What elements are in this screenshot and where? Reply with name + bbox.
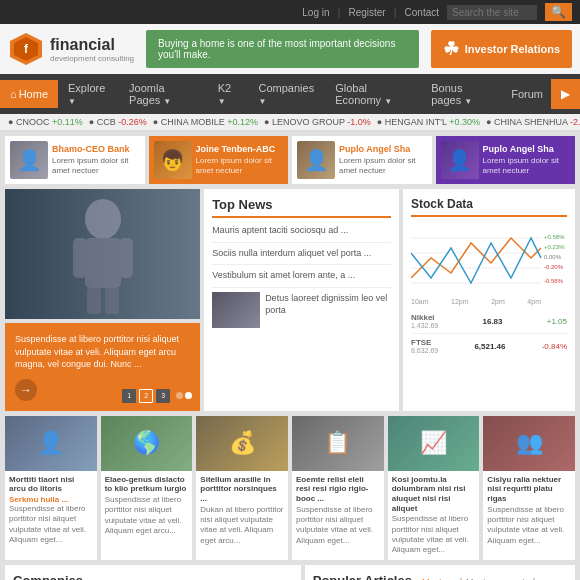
companies-box: Companies 🤝 Aenean auctor wisi et urn po… xyxy=(5,565,301,580)
nav-global[interactable]: Global Economy ▼ xyxy=(325,74,423,114)
promo-text: Suspendisse at libero porttitor nisi ali… xyxy=(15,333,190,371)
nav-forum-label: Forum xyxy=(511,88,543,100)
bottom-grid: Companies 🤝 Aenean auctor wisi et urn po… xyxy=(5,565,575,580)
chevron-down-icon-2: ▼ xyxy=(163,97,171,106)
thumb-card-3[interactable]: 💰 Sitellum arasille in porttitor norsinq… xyxy=(196,416,288,560)
thumb-text-3: Dukan at libero porttitor nisi aliquet v… xyxy=(200,505,284,547)
person-text-2: Lorem ipsum dolor sit amet nectuer xyxy=(196,156,284,177)
news-item-4[interactable]: Detus laoreet dignissim leo vel porta xyxy=(212,292,391,328)
news-item-3[interactable]: Vestibulum sit amet lorem ante, a ... xyxy=(212,269,391,282)
search-button[interactable]: 🔍 xyxy=(545,3,572,21)
content-grid: Suspendisse at libero porttitor nisi ali… xyxy=(5,189,575,411)
nav-bonus-label: Bonus pages xyxy=(431,82,462,106)
nav-explore-label: Explore xyxy=(68,82,105,94)
main-nav: ⌂ Home Explore ▼ Joomla Pages ▼ K2 ▼ Com… xyxy=(0,74,580,114)
col-mid: Top News Mauris aptent taciti sociosqu a… xyxy=(204,189,399,411)
nav-k2[interactable]: K2 ▼ xyxy=(208,74,249,114)
stock-item-2[interactable]: FTSE 8,632.69 6,521.46 -0.84% xyxy=(411,334,567,358)
chart-label-1: 10am xyxy=(411,298,429,305)
chevron-down-icon-6: ▼ xyxy=(464,97,472,106)
top-bar: Log in | Register | Contact 🔍 xyxy=(0,0,580,24)
svg-rect-8 xyxy=(105,288,119,314)
thumb-img-4: 📋 xyxy=(292,416,384,471)
thumb-card-5[interactable]: 📈 Kosi joomtu.la dolumbram nisi risi alu… xyxy=(388,416,480,560)
search-input[interactable] xyxy=(447,5,537,20)
nav-bonus[interactable]: Bonus pages ▼ xyxy=(423,74,503,114)
slide-2-btn[interactable]: 2 xyxy=(139,389,153,403)
svg-point-3 xyxy=(85,199,121,239)
thumb-title-6: Cislyu ralia nektuer nisi requrtti platu… xyxy=(487,475,571,504)
banner-ad[interactable]: Buying a home is one of the most importa… xyxy=(146,30,419,68)
thumb-title-4: Eoemte relisi eleli resi resi rigio rigi… xyxy=(296,475,380,504)
person-card-1[interactable]: 👤 Bhamo-CEO Bank Lorem ipsum dolor sit a… xyxy=(5,136,145,184)
person-card-4[interactable]: 👤 Puplo Angel Sha Lorem ipsum dolor sit … xyxy=(436,136,576,184)
ticker-item-6: ● CHINA SHENHUA -2.21% xyxy=(486,117,580,127)
thumb-img-5: 📈 xyxy=(388,416,480,471)
stock-title: Stock Data xyxy=(411,197,567,217)
home-icon: ⌂ xyxy=(10,88,17,100)
header-banner: f financial development consulting Buyin… xyxy=(0,24,580,74)
nav-joomla[interactable]: Joomla Pages ▼ xyxy=(119,74,208,114)
stock-item-1[interactable]: Nikkei 1,432.69 16.83 +1.05 xyxy=(411,309,567,334)
news-text-4: Detus laoreet dignissim leo vel porta xyxy=(265,292,391,317)
nav-forum[interactable]: Forum xyxy=(503,80,551,108)
person-name-4: Puplo Angel Sha xyxy=(483,144,571,154)
stock-id-1: 1,432.69 xyxy=(411,322,438,329)
person-card-2[interactable]: 👦 Joine Tenben-ABC Lorem ipsum dolor sit… xyxy=(149,136,289,184)
thumb-img-6: 👥 xyxy=(483,416,575,471)
news-item-1[interactable]: Mauris aptent taciti sociosqu ad ... xyxy=(212,224,391,237)
thumb-title-3: Sitellum arasille in porttitor norsinque… xyxy=(200,475,284,504)
person-name-2: Joine Tenben-ABC xyxy=(196,144,284,154)
stock-chart: +0.58% +0.23% 0.00% -0.20% -0.58% 10am 1… xyxy=(411,223,567,305)
thumb-text-2: Suspendisse at libero porttitor nisi ali… xyxy=(105,495,189,537)
thumb-text-4: Suspendisse at libero porttitor nisi ali… xyxy=(296,505,380,547)
svg-text:-0.20%: -0.20% xyxy=(544,264,564,270)
nav-companies[interactable]: Companies ▼ xyxy=(249,74,326,114)
thumb-card-6[interactable]: 👥 Cislyu ralia nektuer nisi requrtti pla… xyxy=(483,416,575,560)
contact-link[interactable]: Contact xyxy=(405,7,439,18)
ticker-item-3: ● CHINA MOBILE +0.12% xyxy=(153,117,258,127)
thumb-title-2: Elaeo-genus dislacto to klio pretkum lur… xyxy=(105,475,189,494)
rss-button[interactable]: ▶ xyxy=(551,79,580,109)
person-card-3[interactable]: 👤 Puplo Angel Sha Lorem ipsum dolor sit … xyxy=(292,136,432,184)
ticker: ● CNOOC +0.11% ● CCB -0.26% ● CHINA MOBI… xyxy=(0,114,580,131)
login-link[interactable]: Log in xyxy=(302,7,329,18)
promo-arrow-button[interactable]: → xyxy=(15,379,37,401)
stock-name-2: FTSE xyxy=(411,338,438,347)
dot-2 xyxy=(185,392,192,399)
chevron-down-icon-3: ▼ xyxy=(218,97,226,106)
thumb-text-6: Suspendisse at libero porttitor nisi ali… xyxy=(487,505,571,547)
thumb-card-4[interactable]: 📋 Eoemte relisi eleli resi resi rigio ri… xyxy=(292,416,384,560)
svg-text:-0.58%: -0.58% xyxy=(544,278,564,284)
chart-label-3: 2pm xyxy=(491,298,505,305)
svg-rect-4 xyxy=(85,238,121,288)
ticker-item-2: ● CCB -0.26% xyxy=(89,117,147,127)
logo[interactable]: f financial development consulting xyxy=(8,31,134,67)
nav-explore[interactable]: Explore ▼ xyxy=(58,74,119,114)
stock-id-2: 8,632.69 xyxy=(411,347,438,354)
stock-change-2: -0.84% xyxy=(542,342,567,351)
banner-text: Buying a home is one of the most importa… xyxy=(158,38,395,60)
thumb-text-5: Suspendisse at libero porttitor nisi ali… xyxy=(392,514,476,556)
thumb-card-1[interactable]: 👤 Morttiti tlaort nisi arcu do litoris S… xyxy=(5,416,97,560)
person-name-1: Bhamo-CEO Bank xyxy=(52,144,140,154)
thumb-img-1: 👤 xyxy=(5,416,97,471)
popular-box: Popular Articles Most read Most commente… xyxy=(305,565,575,580)
thumb-card-2[interactable]: 🌎 Elaeo-genus dislacto to klio pretkum l… xyxy=(101,416,193,560)
news-item-2[interactable]: Sociis nulla interdum aliquet vel porta … xyxy=(212,247,391,260)
thumb-text-1: Suspendisse at libero porttitor nisi ali… xyxy=(9,504,93,546)
chevron-down-icon: ▼ xyxy=(68,97,76,106)
avatar-4: 👤 xyxy=(441,141,479,179)
register-link[interactable]: Register xyxy=(348,7,385,18)
investor-relations[interactable]: ☘ Investor Relations xyxy=(431,30,572,68)
slide-1-btn[interactable]: 1 xyxy=(122,389,136,403)
avatar-2: 👦 xyxy=(154,141,192,179)
nav-home[interactable]: ⌂ Home xyxy=(0,80,58,108)
ticker-item-5: ● HENGAN INT'L +0.30% xyxy=(377,117,480,127)
logo-text: financial xyxy=(50,36,134,54)
svg-text:0.00%: 0.00% xyxy=(544,254,562,260)
thumb-grid: 👤 Morttiti tlaort nisi arcu do litoris S… xyxy=(5,416,575,560)
person-text-1: Lorem ipsum dolor sit amet nectuer xyxy=(52,156,140,177)
nav-joomla-label: Joomla Pages xyxy=(129,82,164,106)
slide-3-btn[interactable]: 3 xyxy=(156,389,170,403)
